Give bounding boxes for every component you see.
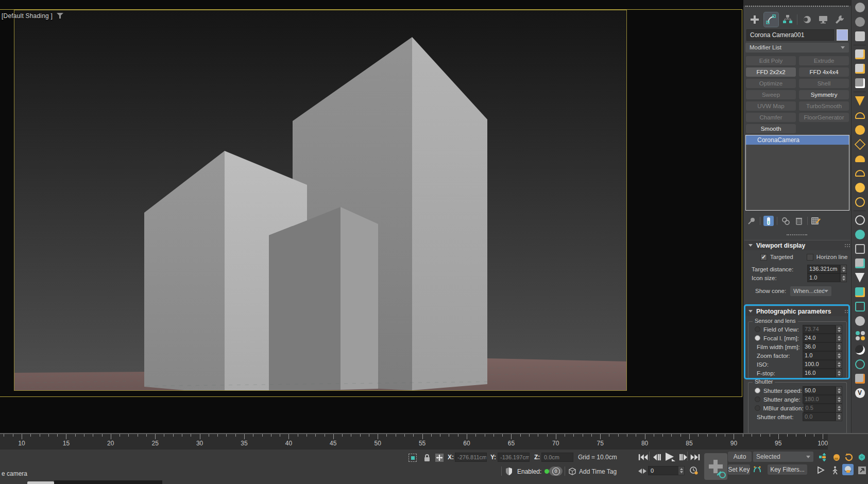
spinner[interactable] <box>836 351 842 360</box>
modifier-button-turbosmooth[interactable]: TurboSmooth <box>799 101 849 111</box>
spinner[interactable] <box>836 404 842 412</box>
remove-modifier-icon[interactable] <box>794 216 804 226</box>
z-coordinate-field[interactable]: 0.0cm <box>541 453 573 462</box>
modifier-stack[interactable]: CoronaCamera <box>745 135 849 211</box>
tab-motion[interactable] <box>799 12 814 27</box>
param-field-shutter-angle-[interactable]: 180.0 <box>803 395 836 404</box>
spinner[interactable] <box>836 369 842 377</box>
panel-drag-handle[interactable] <box>745 6 848 8</box>
camera-view[interactable] <box>14 10 627 391</box>
wire-sphere-icon[interactable] <box>852 213 868 227</box>
modifier-button-shell[interactable]: Shell <box>799 79 849 88</box>
auto-key-button[interactable]: Auto Key <box>728 452 752 462</box>
corona-shell-icon[interactable] <box>852 166 868 180</box>
enabled-status-dot[interactable] <box>544 469 549 474</box>
param-field-iso-[interactable]: 100.0 <box>803 360 836 369</box>
rollout-photographic-parameters[interactable]: Photographic parameters <box>744 306 850 316</box>
horizon-line-checkbox[interactable]: ✓ <box>807 254 813 261</box>
sphere-plane-icon[interactable] <box>852 357 868 371</box>
modifier-list-dropdown[interactable]: Modifier List <box>745 43 849 53</box>
teapot-icon[interactable] <box>852 0 868 14</box>
play-button[interactable] <box>663 451 677 462</box>
tab-create[interactable] <box>747 12 762 27</box>
slab-left-face[interactable] <box>269 207 341 390</box>
scatter-icon[interactable] <box>852 270 868 285</box>
time-configuration-icon[interactable] <box>688 465 700 476</box>
arc-sphere-icon[interactable] <box>852 14 868 29</box>
time-ruler[interactable]: 101520253035404550556065707580859095100 <box>0 434 828 450</box>
spinner[interactable] <box>840 273 847 282</box>
corona-sphere-light-icon[interactable] <box>852 123 868 137</box>
roll-camera-icon[interactable] <box>843 452 855 463</box>
show-end-result-icon[interactable] <box>763 216 774 226</box>
material-set-icon[interactable] <box>852 328 868 342</box>
y-coordinate-field[interactable]: -136.197cm <box>498 453 530 462</box>
make-unique-icon[interactable] <box>780 216 791 226</box>
modifier-button-ffd-4x4x4[interactable]: FFD 4x4x4 <box>799 67 849 77</box>
corona-sun-rays-icon[interactable] <box>852 195 868 209</box>
rollout-viewport-display[interactable]: Viewport display <box>744 240 850 250</box>
absolute-relative-toggle-icon[interactable] <box>434 452 445 463</box>
maximize-viewport-icon[interactable] <box>856 464 867 476</box>
key-step-toggle-icon[interactable] <box>637 465 648 477</box>
go-to-end-button[interactable] <box>689 452 701 463</box>
object-color-swatch[interactable] <box>837 29 848 41</box>
light-lister-icon[interactable] <box>852 47 868 61</box>
param-field-mblur-duration-[interactable]: 0.5 <box>804 404 836 412</box>
modifier-button-uvw-map[interactable]: UVW Map <box>746 101 796 111</box>
radio-shutter-angle-[interactable] <box>755 396 760 402</box>
truck-camera-icon[interactable] <box>830 452 842 463</box>
param-field-zoom-factor-[interactable]: 1.0 <box>803 351 836 360</box>
selection-lock-icon[interactable] <box>421 452 433 463</box>
corona-dome-light-icon[interactable] <box>852 108 868 123</box>
spinner[interactable] <box>836 325 842 334</box>
corona-proxy-icon[interactable] <box>852 137 868 151</box>
material-ball-icon[interactable] <box>852 314 868 328</box>
perspective-icon[interactable] <box>815 464 827 476</box>
param-field-target-distance-[interactable]: 136.321cm <box>807 265 840 273</box>
corona-sun-icon[interactable] <box>852 180 868 195</box>
object-name-field[interactable]: Corona Camera001 <box>746 29 834 41</box>
tab-hierarchy[interactable] <box>780 12 795 27</box>
radio-shutter-speed-[interactable] <box>755 388 760 393</box>
previous-frame-button[interactable] <box>651 452 662 463</box>
spinner[interactable] <box>836 412 842 421</box>
render-setup-icon[interactable] <box>852 371 868 386</box>
tab-utilities[interactable] <box>832 12 847 27</box>
spinner[interactable] <box>836 342 842 351</box>
param-field-shutter-offset-[interactable]: 0.0 <box>803 412 836 421</box>
radio-mblur-duration-[interactable] <box>755 405 760 411</box>
corona-disc-light-icon[interactable] <box>852 151 868 166</box>
shield-icon[interactable] <box>503 465 515 477</box>
dolly-camera-icon[interactable] <box>817 452 828 463</box>
viewport-shading-label[interactable]: [Default Shading ] <box>2 12 63 20</box>
modifier-button-optimize[interactable]: Optimize <box>746 79 796 88</box>
viewport-filter-icon[interactable] <box>57 13 63 19</box>
corona-light-icon[interactable] <box>852 94 868 108</box>
modifier-button-extrude[interactable]: Extrude <box>799 56 849 65</box>
selection-filter-dropdown[interactable]: Selected <box>753 452 813 462</box>
tab-modify[interactable] <box>764 12 778 27</box>
add-time-tag-button[interactable]: Add Time Tag <box>579 468 617 475</box>
palette-icon[interactable] <box>852 342 868 357</box>
pin-stack-icon[interactable] <box>746 216 757 226</box>
param-field-icon-size-[interactable]: 1.0 <box>807 273 840 282</box>
param-field-shutter-speed-[interactable]: 50.0 <box>803 386 836 395</box>
configure-modifier-sets-icon[interactable] <box>811 216 821 226</box>
param-field-f-stop-[interactable]: 16.0 <box>803 369 836 377</box>
slab-right-face[interactable] <box>341 207 378 390</box>
material-sphere-icon[interactable] <box>852 227 868 241</box>
param-field-focal-l-mm-[interactable]: 24.0 <box>803 334 836 342</box>
modifier-button-ffd-2x2x2[interactable]: FFD 2x2x2 <box>746 67 796 77</box>
cube-snap-icon[interactable] <box>852 29 868 43</box>
targeted-checkbox[interactable]: ✓ <box>760 254 767 261</box>
keyable-icon[interactable] <box>752 464 763 475</box>
lightmix-icon[interactable] <box>852 256 868 270</box>
param-field-field-of-view-[interactable]: 73.74 <box>803 325 836 334</box>
modifier-button-smooth[interactable]: Smooth <box>746 124 796 133</box>
modifier-button-symmetry[interactable]: Symmetry <box>799 90 849 99</box>
spinner[interactable] <box>836 360 842 369</box>
frame-spinner[interactable] <box>678 466 685 475</box>
spinner[interactable] <box>836 334 842 342</box>
orbit-camera-icon[interactable] <box>842 464 854 475</box>
